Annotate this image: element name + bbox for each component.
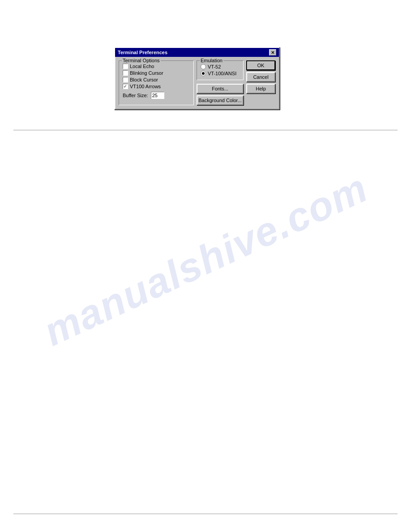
background-color-button[interactable]: Background Color... [197, 95, 244, 105]
vt52-row: VT-52 [201, 64, 240, 69]
watermark: manualshive.com [67, 125, 345, 394]
emulation-panel: Emulation VT-52 VT-100/ANSI Fonts... Bac… [197, 60, 244, 105]
terminal-options-label: Terminal Options [122, 58, 161, 63]
blinking-cursor-checkbox[interactable] [123, 70, 128, 76]
cancel-button[interactable]: Cancel [246, 72, 275, 82]
local-echo-row: Local Echo [123, 64, 190, 69]
vt52-radio[interactable] [201, 64, 206, 69]
local-echo-label: Local Echo [130, 64, 154, 69]
block-cursor-label: Block Cursor [130, 77, 158, 82]
vt100ansi-row: VT-100/ANSI [201, 71, 240, 76]
local-echo-checkbox[interactable] [123, 64, 128, 69]
right-buttons: OK Cancel Help [246, 60, 275, 105]
blinking-cursor-row: Blinking Cursor [123, 70, 190, 76]
vt100-arrows-row: VT100 Arrows [123, 84, 190, 89]
terminal-options-group: Terminal Options Local Echo Blinking Cur… [119, 60, 194, 105]
vt52-label: VT-52 [208, 64, 221, 69]
emulation-label: Emulation [200, 58, 223, 63]
block-cursor-checkbox[interactable] [123, 77, 128, 82]
fonts-button[interactable]: Fonts... [197, 84, 244, 94]
vt100-arrows-label: VT100 Arrows [130, 84, 161, 89]
buffer-size-input[interactable] [151, 92, 164, 99]
vt100ansi-radio[interactable] [201, 71, 206, 76]
vt100ansi-label: VT-100/ANSI [208, 71, 236, 76]
watermark-text: manualshive.com [37, 164, 375, 355]
bottom-divider [13, 514, 398, 514]
close-button[interactable]: ✕ [269, 49, 276, 56]
dialog-body: Terminal Options Local Echo Blinking Cur… [115, 57, 279, 109]
top-divider [13, 130, 398, 130]
terminal-preferences-dialog: Terminal Preferences ✕ Terminal Options … [114, 47, 280, 110]
vt100-arrows-checkbox[interactable] [123, 84, 128, 89]
help-button[interactable]: Help [246, 84, 275, 94]
emulation-group: Emulation VT-52 VT-100/ANSI [197, 60, 244, 80]
blinking-cursor-label: Blinking Cursor [130, 70, 163, 76]
block-cursor-row: Block Cursor [123, 77, 190, 82]
dialog-window: Terminal Preferences ✕ Terminal Options … [114, 47, 280, 110]
emulation-buttons: Fonts... Background Color... [197, 84, 244, 105]
buffer-size-label: Buffer Size: [123, 93, 148, 98]
dialog-title: Terminal Preferences [118, 50, 269, 55]
buffer-size-row: Buffer Size: [123, 92, 190, 99]
ok-button[interactable]: OK [246, 60, 275, 70]
title-bar: Terminal Preferences ✕ [115, 48, 279, 57]
